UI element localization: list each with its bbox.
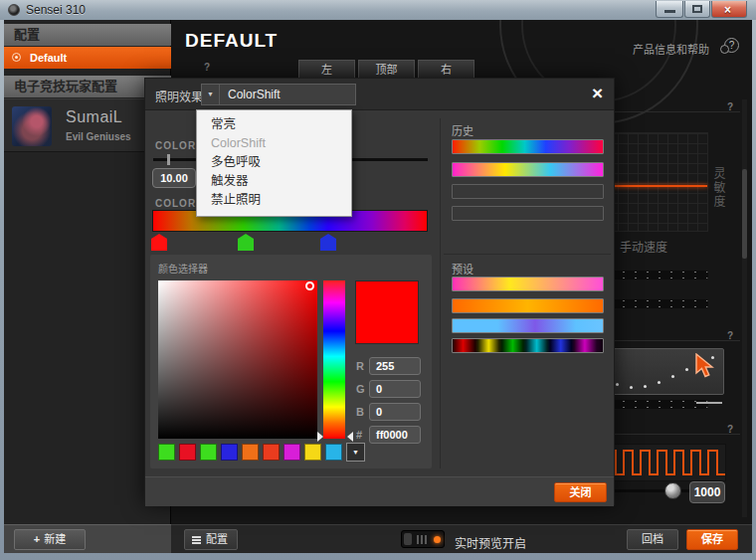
- toggle-on-indicator: [434, 536, 441, 543]
- mouse-cursor: [694, 353, 716, 379]
- polling-rate-slider-knob[interactable]: [664, 482, 681, 499]
- polling-rate-value[interactable]: 1000: [689, 481, 725, 503]
- hex-value-input[interactable]: ff0000: [369, 426, 421, 444]
- menu-item-multicolor-breathe[interactable]: 多色呼吸: [197, 153, 351, 172]
- sensitivity-vertical-label: 灵敏度: [710, 167, 727, 209]
- main-footer: 配置 实时预览开启 回档 保存: [171, 524, 752, 553]
- sidebar-item-default-profile[interactable]: Default: [4, 47, 171, 69]
- sidebar-footer: +新建: [4, 524, 171, 553]
- history-presets-divider: [444, 254, 611, 255]
- swatch[interactable]: [242, 444, 259, 461]
- help-hint-icon[interactable]: ?: [727, 424, 733, 435]
- tab-left-view[interactable]: 左: [298, 60, 355, 79]
- dialog-column-divider: [440, 118, 441, 468]
- new-profile-button[interactable]: +新建: [14, 529, 86, 550]
- app-window: Sensei 310 × 配置 Default 电子竞技玩家配置 SumaiL …: [0, 0, 756, 560]
- tab-top-view[interactable]: 顶部: [358, 60, 415, 79]
- swatch-dropdown-button[interactable]: ▼: [346, 443, 365, 462]
- history-bar-empty[interactable]: [452, 206, 604, 221]
- slider-value-segment: [696, 402, 722, 404]
- close-icon: ×: [724, 3, 731, 17]
- pattern-stop-row: [152, 234, 428, 254]
- list-icon: [192, 536, 201, 538]
- close-dialog-button[interactable]: 关闭: [554, 482, 607, 502]
- help-hint-icon[interactable]: ?: [204, 62, 210, 73]
- page-title: DEFAULT: [185, 30, 278, 52]
- hex-label: #: [356, 429, 368, 441]
- hue-strip[interactable]: [323, 280, 345, 439]
- help-hint-icon[interactable]: ?: [727, 101, 733, 112]
- blue-value-input[interactable]: 0: [369, 403, 421, 421]
- hue-handle-left[interactable]: [317, 432, 323, 442]
- green-value-input[interactable]: 0: [369, 380, 421, 398]
- history-bar[interactable]: [452, 162, 604, 177]
- history-bar-empty[interactable]: [452, 184, 604, 199]
- menu-item-steady[interactable]: 常亮: [197, 115, 351, 134]
- menu-item-disable-lighting[interactable]: 禁止照明: [197, 191, 351, 210]
- preset-bar[interactable]: [452, 338, 604, 353]
- radio-selected-icon: [12, 53, 21, 62]
- menu-item-trigger[interactable]: 触发器: [197, 172, 351, 191]
- saturation-value-square[interactable]: [158, 280, 317, 439]
- maximize-button[interactable]: [684, 1, 710, 18]
- hue-handle-right[interactable]: [347, 432, 353, 442]
- close-window-button[interactable]: ×: [711, 1, 747, 18]
- menu-item-colorshift[interactable]: ColorShift: [197, 134, 351, 153]
- effect-select[interactable]: ▼ ColorShift: [201, 84, 356, 105]
- effect-select-value: ColorShift: [220, 88, 281, 101]
- swatch[interactable]: [221, 444, 238, 461]
- help-hint-icon[interactable]: ?: [727, 330, 733, 341]
- preset-bar[interactable]: [452, 318, 604, 333]
- preset-bar[interactable]: [452, 298, 604, 313]
- blue-label: B: [356, 406, 368, 418]
- swatch[interactable]: [158, 444, 175, 461]
- tab-right-view[interactable]: 右: [418, 60, 474, 79]
- history-label: 历史: [452, 122, 473, 138]
- preset-bar[interactable]: [452, 277, 604, 291]
- color-picker-panel: 颜色选择器 ▼: [150, 255, 432, 468]
- mouse-view-tabs: 左 顶部 右: [298, 60, 474, 79]
- sv-selector-ring[interactable]: [305, 281, 314, 290]
- rollback-button[interactable]: 回档: [627, 529, 678, 550]
- presets-label: 预设: [452, 261, 473, 277]
- config-button[interactable]: 配置: [184, 529, 238, 550]
- toggle-cap: [404, 533, 412, 545]
- chevron-down-icon: ▼: [202, 85, 220, 104]
- app-icon: [8, 4, 20, 16]
- red-value-input[interactable]: 255: [369, 357, 421, 375]
- swatch[interactable]: [325, 444, 342, 461]
- save-button[interactable]: 保存: [686, 529, 738, 550]
- player-avatar: [12, 106, 52, 146]
- green-label: G: [356, 383, 368, 395]
- red-label: R: [356, 360, 368, 372]
- window-titlebar[interactable]: Sensei 310 ×: [0, 0, 756, 20]
- swatch[interactable]: [284, 444, 300, 461]
- maximize-icon: [692, 5, 702, 13]
- effect-dropdown-menu: 常亮 ColorShift 多色呼吸 触发器 禁止照明: [196, 109, 352, 217]
- help-bubble-icon[interactable]: ?: [724, 38, 739, 53]
- minimize-button[interactable]: [656, 1, 683, 18]
- swatch[interactable]: [304, 444, 321, 461]
- selected-color-preview: [355, 280, 419, 344]
- color-stop-blue[interactable]: [320, 234, 336, 251]
- manual-speed-label: 手动速度: [620, 238, 667, 255]
- scrollbar-thumb[interactable]: [742, 169, 747, 259]
- swatch[interactable]: [200, 444, 217, 461]
- history-bar[interactable]: [452, 139, 604, 154]
- scrollbar-track[interactable]: [742, 99, 747, 517]
- color-stop-green[interactable]: [238, 234, 254, 251]
- swatch[interactable]: [179, 444, 196, 461]
- plus-icon: +: [34, 533, 40, 545]
- window-title: Sensei 310: [26, 3, 86, 17]
- duration-slider-handle[interactable]: [167, 154, 170, 165]
- color-picker-label: 颜色选择器: [158, 261, 208, 276]
- color-stop-red[interactable]: [151, 234, 167, 251]
- app-content: 配置 Default 电子竞技玩家配置 SumaiL Evil Geniuses…: [4, 20, 752, 553]
- swatch-row: ▼: [158, 444, 365, 462]
- duration-value-input[interactable]: 10.00: [152, 168, 196, 188]
- live-preview-toggle[interactable]: [401, 530, 445, 548]
- swatch[interactable]: [263, 444, 280, 461]
- close-dialog-icon[interactable]: ×: [592, 83, 603, 104]
- profile-label: Default: [30, 52, 67, 64]
- product-info-help-link[interactable]: 产品信息和帮助: [633, 41, 709, 57]
